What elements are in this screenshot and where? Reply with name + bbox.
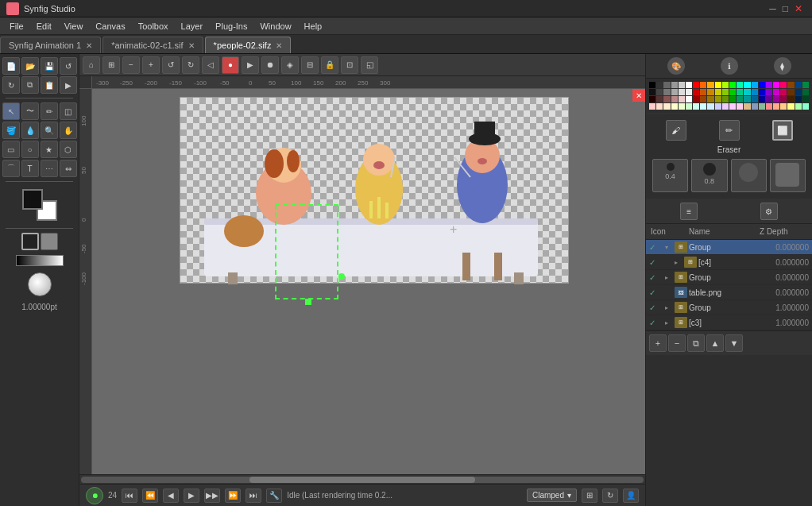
btn-safe-zone[interactable]: ⊞ bbox=[582, 489, 597, 503]
layer-tool-duplicate[interactable]: ⧉ bbox=[687, 334, 705, 352]
color-swatch-21[interactable] bbox=[802, 82, 809, 88]
canvas-lock[interactable]: 🔒 bbox=[321, 56, 338, 74]
color-swatch-57[interactable] bbox=[744, 96, 750, 102]
color-swatch-6[interactable] bbox=[693, 82, 699, 88]
menu-plugins[interactable]: Plug-Ins bbox=[209, 20, 253, 33]
color-swatch-63[interactable] bbox=[787, 96, 794, 102]
layer-check-4[interactable]: ✓ bbox=[649, 303, 659, 312]
color-swatch-59[interactable] bbox=[759, 96, 765, 102]
canvas-zoom-in[interactable]: + bbox=[142, 56, 160, 74]
canvas-rotate-left[interactable]: ↺ bbox=[162, 56, 180, 74]
color-swatch-11[interactable] bbox=[729, 82, 736, 88]
gradient-swatch[interactable] bbox=[16, 255, 64, 266]
color-swatch-52[interactable] bbox=[707, 96, 713, 102]
color-swatch-56[interactable] bbox=[737, 96, 743, 102]
layer-expand-5[interactable]: ▸ bbox=[665, 319, 673, 326]
control-point-bottom[interactable] bbox=[305, 299, 311, 305]
layer-expand-1[interactable]: ▸ bbox=[675, 259, 682, 266]
layer-tab-params[interactable]: ⚙ bbox=[760, 203, 778, 220]
panel-tab-info[interactable]: ℹ bbox=[721, 57, 738, 75]
btn-person[interactable]: 👤 bbox=[623, 489, 639, 503]
layer-check-0[interactable]: ✓ bbox=[649, 243, 659, 252]
color-swatch-2[interactable] bbox=[663, 82, 670, 88]
color-swatch-46[interactable] bbox=[663, 96, 670, 102]
canvas-reset[interactable]: ⌂ bbox=[83, 56, 100, 74]
anim-mode-btn[interactable]: ⏺ bbox=[86, 487, 103, 504]
menu-layer[interactable]: Layer bbox=[175, 20, 210, 33]
brush-type-1[interactable]: 🖌 bbox=[666, 120, 686, 141]
canvas-grid[interactable]: ⊟ bbox=[301, 56, 319, 74]
color-swatch-70[interactable] bbox=[679, 103, 685, 110]
tool-smooth[interactable]: 〜 bbox=[21, 102, 39, 120]
tool-star[interactable]: ★ bbox=[41, 141, 58, 158]
btn-step-back[interactable]: ◀ bbox=[163, 489, 179, 503]
tab-animatic[interactable]: *animatic-02-c1.sif ✕ bbox=[102, 37, 203, 53]
tool-polygon[interactable]: ⬡ bbox=[60, 141, 77, 158]
layer-tool-add[interactable]: + bbox=[649, 334, 667, 352]
color-swatch-8[interactable] bbox=[707, 82, 713, 88]
color-swatch-26[interactable] bbox=[679, 89, 685, 95]
color-swatch-31[interactable] bbox=[715, 89, 721, 95]
tool-eyedrop[interactable]: 💧 bbox=[21, 122, 39, 139]
tool-feather[interactable]: ⋯ bbox=[41, 160, 58, 177]
tool-redo[interactable]: ↻ bbox=[2, 76, 20, 94]
canvas-close-btn[interactable]: ✕ bbox=[632, 89, 645, 102]
color-swatch-71[interactable] bbox=[686, 103, 692, 110]
brush-size-xlarge[interactable] bbox=[770, 159, 806, 192]
menu-window[interactable]: Window bbox=[253, 20, 297, 33]
color-swatch-5[interactable] bbox=[686, 82, 692, 88]
color-swatch-24[interactable] bbox=[663, 89, 670, 95]
color-swatch-4[interactable] bbox=[679, 82, 685, 88]
layer-expand-4[interactable]: ▸ bbox=[665, 304, 673, 311]
tool-rectangle[interactable]: ▭ bbox=[2, 141, 20, 158]
color-swatch-50[interactable] bbox=[693, 96, 699, 102]
color-swatch-51[interactable] bbox=[700, 96, 706, 102]
layer-check-1[interactable]: ✓ bbox=[649, 258, 659, 267]
tool-save[interactable]: 💾 bbox=[41, 57, 58, 75]
tool-zoom[interactable]: 🔍 bbox=[41, 122, 58, 139]
canvas-onion[interactable]: ◈ bbox=[281, 56, 299, 74]
menu-edit[interactable]: Edit bbox=[30, 20, 58, 33]
color-swatch-9[interactable] bbox=[715, 82, 721, 88]
color-swatch-28[interactable] bbox=[693, 89, 699, 95]
color-swatch-84[interactable] bbox=[780, 103, 787, 110]
color-swatch-73[interactable] bbox=[700, 103, 706, 110]
color-swatch-85[interactable] bbox=[787, 103, 794, 110]
color-swatch-60[interactable] bbox=[766, 96, 772, 102]
color-swatch-0[interactable] bbox=[649, 82, 655, 88]
color-swatch-7[interactable] bbox=[700, 82, 706, 88]
h-scrollbar-thumb[interactable] bbox=[249, 477, 474, 483]
minimize-btn[interactable]: ─ bbox=[769, 3, 776, 14]
layer-expand-0[interactable]: ▾ bbox=[665, 244, 673, 251]
color-swatch-61[interactable] bbox=[773, 96, 779, 102]
color-swatch-14[interactable] bbox=[752, 82, 758, 88]
layer-row-4[interactable]: ✓ ▸ ⊞ Group 1.000000 bbox=[646, 300, 812, 315]
color-swatch-34[interactable] bbox=[737, 89, 743, 95]
tool-pencil[interactable]: ✏ bbox=[41, 102, 58, 120]
color-swatch-49[interactable] bbox=[686, 96, 692, 102]
color-swatch-38[interactable] bbox=[766, 89, 772, 95]
layer-tab-layers[interactable]: ≡ bbox=[680, 203, 698, 220]
canvas-record[interactable]: ⏺ bbox=[261, 56, 279, 74]
canvas-zoom-out[interactable]: − bbox=[122, 56, 140, 74]
color-swatch-17[interactable] bbox=[773, 82, 779, 88]
color-swatch-47[interactable] bbox=[671, 96, 678, 102]
tool-render[interactable]: ▶ bbox=[60, 76, 77, 94]
layer-row-2[interactable]: ✓ ▸ ⊞ Group 0.000000 bbox=[646, 270, 812, 285]
color-swatch-29[interactable] bbox=[700, 89, 706, 95]
color-swatch-27[interactable] bbox=[686, 89, 692, 95]
menu-file[interactable]: File bbox=[3, 20, 30, 33]
brush-type-2[interactable]: ✏ bbox=[719, 120, 740, 141]
menu-toolbox[interactable]: Toolbox bbox=[132, 20, 175, 33]
btn-next-key[interactable]: ⏩ bbox=[225, 489, 241, 503]
color-swatch-43[interactable] bbox=[802, 89, 809, 95]
brush-size-large[interactable] bbox=[731, 159, 767, 192]
canvas-viewport[interactable]: + ✕ bbox=[92, 89, 645, 474]
tool-gradient[interactable]: ◫ bbox=[60, 102, 77, 120]
layer-tool-delete[interactable]: − bbox=[668, 334, 686, 352]
color-swatch-62[interactable] bbox=[780, 96, 787, 102]
canvas-fit[interactable]: ⊞ bbox=[102, 56, 120, 74]
layer-row-3[interactable]: ✓ 🖼 table.png 0.000000 bbox=[646, 285, 812, 300]
canvas-prev-frame[interactable]: ◁ bbox=[202, 56, 219, 74]
color-swatch-20[interactable] bbox=[795, 82, 802, 88]
